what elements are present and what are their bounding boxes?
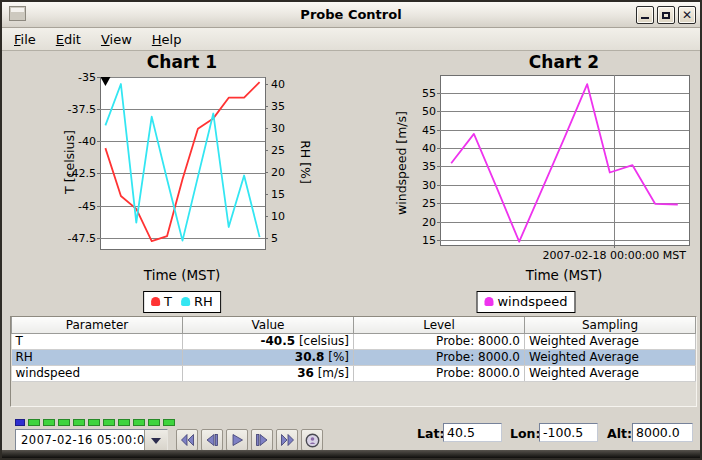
close-button[interactable]: ✕	[678, 6, 696, 24]
menu-edit[interactable]: Edit	[50, 30, 87, 49]
time-step[interactable]	[88, 419, 100, 426]
time-step[interactable]	[133, 419, 145, 426]
cell-level[interactable]: Probe: 8000.0	[354, 365, 525, 381]
cell-parameter[interactable]: RH	[12, 349, 183, 365]
cell-value[interactable]: 30.8 [%]	[183, 349, 354, 365]
y-tick-label: -37.5	[68, 103, 96, 116]
parameter-table-scrollpane: ParameterValueLevelSamplingT-40.5 [celsi…	[10, 316, 697, 407]
column-header-parameter[interactable]: Parameter	[12, 317, 183, 333]
table-row-rh[interactable]: RH30.8 [%]Probe: 8000.0Weighted Average	[12, 349, 696, 365]
legend-item-windspeed: windspeed	[484, 294, 567, 309]
window-icon	[9, 6, 26, 21]
time-step-indicator[interactable]	[15, 419, 175, 426]
properties-icon	[305, 433, 320, 448]
time-combobox[interactable]: 2007-02-16 05:00:00 MST	[15, 429, 168, 451]
time-step[interactable]	[28, 419, 40, 426]
y-tick-label-right: 10	[271, 210, 285, 223]
chart1-plot[interactable]: -35-37.5-40-42.5-45-47.5403530252015105	[57, 70, 317, 260]
time-step[interactable]	[43, 419, 55, 426]
cell-parameter[interactable]: windspeed	[12, 365, 183, 381]
minimize-icon	[641, 17, 649, 19]
y-tick-label-right: 30	[271, 122, 285, 135]
step-forward-button[interactable]	[251, 429, 273, 451]
legend-item-T: T	[151, 294, 172, 309]
cell-value[interactable]: 36 [m/s]	[183, 365, 354, 381]
alt-field[interactable]	[632, 423, 693, 442]
cell-sampling[interactable]: Weighted Average	[525, 365, 696, 381]
y-tick-label-right: 35	[271, 100, 285, 113]
y-tick-label: -45	[78, 200, 96, 213]
close-icon: ✕	[682, 10, 692, 20]
legend-label: RH	[194, 294, 213, 309]
time-step[interactable]	[73, 419, 85, 426]
step-forward-icon	[256, 434, 268, 446]
maximize-button[interactable]	[657, 6, 675, 24]
menu-file[interactable]: File	[8, 30, 42, 49]
play-button[interactable]	[226, 429, 248, 451]
time-step[interactable]	[103, 419, 115, 426]
y-tick-label-right: 40	[271, 78, 285, 91]
table-row-t[interactable]: T-40.5 [celsius]Probe: 8000.0Weighted Av…	[12, 333, 696, 349]
go-to-end-button[interactable]	[276, 429, 298, 451]
cell-parameter[interactable]: T	[12, 333, 183, 349]
alt-label: Alt:	[607, 426, 632, 441]
legend-marker-icon	[151, 297, 160, 306]
table-row-windspeed[interactable]: windspeed36 [m/s]Probe: 8000.0Weighted A…	[12, 365, 696, 381]
go-to-end-icon	[281, 434, 294, 446]
y-tick-label-right: 15	[271, 188, 285, 201]
y-tick-label: 45	[422, 124, 436, 137]
step-back-icon	[206, 434, 218, 446]
menu-bar: FileEditViewHelp	[2, 28, 700, 51]
chart2-x-axis-label: Time (MST)	[444, 267, 684, 283]
cell-value[interactable]: -40.5 [celsius]	[183, 333, 354, 349]
window-buttons: ✕	[636, 6, 696, 24]
minimize-button[interactable]	[636, 6, 654, 24]
animation-controls	[176, 429, 323, 451]
chart2-left-axis-label: windspeed [m/s]	[394, 111, 409, 215]
maximize-icon	[662, 12, 670, 19]
plot-background[interactable]	[440, 75, 689, 245]
go-to-start-button[interactable]	[176, 429, 198, 451]
time-step-current[interactable]	[15, 419, 25, 426]
legend-label: T	[164, 294, 172, 309]
lon-field[interactable]	[539, 423, 598, 442]
x-tick-label: 2007-02-18 00:00:00 MST	[543, 249, 687, 262]
cell-sampling[interactable]: Weighted Average	[525, 333, 696, 349]
legend-label: windspeed	[497, 294, 567, 309]
title-bar[interactable]: Probe Control ✕	[2, 2, 700, 28]
time-step[interactable]	[163, 419, 175, 426]
column-header-sampling[interactable]: Sampling	[525, 317, 696, 333]
y-tick-label: 55	[422, 87, 436, 100]
time-step[interactable]	[148, 419, 160, 426]
animation-properties-button[interactable]	[301, 429, 323, 451]
cell-level[interactable]: Probe: 8000.0	[354, 349, 525, 365]
y-tick-label: -40	[78, 135, 96, 148]
time-step[interactable]	[58, 419, 70, 426]
plot-background[interactable]	[100, 77, 265, 249]
combobox-dropdown-button[interactable]	[144, 430, 167, 450]
y-tick-label-right: 5	[271, 232, 278, 245]
column-header-level[interactable]: Level	[354, 317, 525, 333]
y-tick-label: 15	[422, 234, 436, 247]
y-tick-label-right: 25	[271, 144, 285, 157]
cell-sampling[interactable]: Weighted Average	[525, 349, 696, 365]
cell-level[interactable]: Probe: 8000.0	[354, 333, 525, 349]
window-title: Probe Control	[2, 7, 700, 22]
y-tick-label: 50	[422, 105, 436, 118]
legend-item-RH: RH	[181, 294, 213, 309]
y-tick-label: -47.5	[68, 232, 96, 245]
lat-label: Lat:	[417, 426, 444, 441]
y-tick-label: 20	[422, 216, 436, 229]
lat-field[interactable]	[443, 423, 502, 442]
y-tick-label: -42.5	[68, 167, 96, 180]
menu-view[interactable]: View	[95, 30, 138, 49]
menu-help[interactable]: Help	[146, 30, 188, 49]
time-combobox-value: 2007-02-16 05:00:00 MST	[16, 430, 144, 450]
chart1-legend: TRH	[143, 291, 221, 313]
time-step[interactable]	[118, 419, 130, 426]
window-bottom-edge	[2, 450, 700, 458]
step-back-button[interactable]	[201, 429, 223, 451]
chart2-plot[interactable]: 5550454035302520152007-02-18 00:00:00 MS…	[410, 68, 700, 268]
chart1-title: Chart 1	[62, 52, 302, 72]
column-header-value[interactable]: Value	[183, 317, 354, 333]
